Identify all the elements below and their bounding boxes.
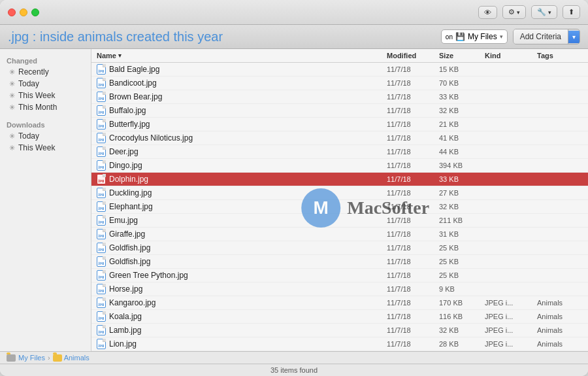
sidebar-item-label: Today [18, 79, 39, 88]
file-size: 394 KB [439, 162, 485, 169]
col-modified: Modified [387, 52, 439, 60]
table-row[interactable]: jpg Butterfly.jpg 11/7/18 21 KB [91, 118, 588, 131]
file-name: Crocodylus Niloticus.jpg [109, 133, 193, 143]
file-kind: JPEG i... [485, 326, 537, 334]
file-icon: jpg [97, 160, 106, 171]
table-row[interactable]: jpg Goldfish.jpg 11/7/18 25 KB [91, 241, 588, 255]
table-row[interactable]: jpg Green Tree Python.jpg 11/7/18 25 KB [91, 269, 588, 282]
add-criteria-label[interactable]: Add Criteria [514, 29, 568, 44]
file-modified: 11/7/18 [387, 313, 439, 320]
file-modified: 11/7/18 [387, 299, 439, 307]
asterisk-icon: ✳ [9, 80, 15, 88]
table-row[interactable]: jpg Brown Bear.jpg 11/7/18 33 KB [91, 90, 588, 104]
file-name: Green Tree Python.jpg [109, 271, 188, 280]
breadcrumb-root[interactable]: My Files [18, 354, 45, 362]
sidebar-item-this-week[interactable]: ✳This Week [3, 90, 88, 101]
sidebar-downloads-item-this-week[interactable]: ✳This Week [3, 142, 88, 154]
file-size: 31 KB [439, 230, 485, 238]
file-size: 28 KB [439, 340, 485, 348]
maximize-button[interactable] [31, 9, 39, 16]
status-bar: 35 items found [0, 364, 588, 376]
file-modified: 11/7/18 [387, 93, 439, 101]
finder-window: 👁 ⚙ ▾ 🔧 ▾ ⬆ .jpg : inside animals create… [0, 0, 588, 376]
table-row[interactable]: jpg Buffalo.jpg 11/7/18 32 KB [91, 104, 588, 118]
table-row[interactable]: jpg Goldfish.jpg 11/7/18 25 KB [91, 255, 588, 269]
file-kind: JPEG i... [485, 313, 537, 320]
file-modified: 11/7/18 [387, 162, 439, 169]
file-name: Horse.jpg [109, 284, 142, 294]
file-modified: 11/7/18 [387, 120, 439, 128]
table-row[interactable]: jpg Lamb.jpg 11/7/18 32 KB JPEG i... Ani… [91, 324, 588, 337]
table-row[interactable]: jpg Koala.jpg 11/7/18 116 KB JPEG i... A… [91, 310, 588, 324]
file-name: Bandicoot.jpg [109, 78, 157, 88]
location-arrow-icon: ▾ [500, 33, 503, 40]
file-icon: jpg [97, 105, 106, 116]
file-name-cell: jpg Horse.jpg [97, 284, 387, 294]
breadcrumb-current[interactable]: Animals [64, 354, 90, 362]
table-row[interactable]: jpg Horse.jpg 11/7/18 9 KB [91, 282, 588, 296]
visibility-button[interactable]: 👁 [478, 6, 497, 19]
tools-icon: 🔧 [537, 8, 546, 16]
table-row[interactable]: jpg Kangaroo.jpg 11/7/18 170 KB JPEG i..… [91, 296, 588, 310]
table-row[interactable]: jpg Lion.jpg 11/7/18 28 KB JPEG i... Ani… [91, 337, 588, 351]
file-name: Deer.jpg [109, 147, 139, 156]
table-row[interactable]: jpg Deer.jpg 11/7/18 44 KB [91, 145, 588, 159]
sidebar-changed-label: Changed [0, 54, 91, 66]
drive-icon: 💾 [455, 32, 465, 41]
table-row[interactable]: jpg Elephant.jpg 11/7/18 32 KB [91, 200, 588, 214]
asterisk-icon: ✳ [9, 144, 15, 152]
table-row[interactable]: jpg Dingo.jpg 11/7/18 394 KB [91, 159, 588, 173]
file-list-body: jpg Bald Eagle.jpg 11/7/18 15 KB jpg Ban… [91, 63, 588, 351]
close-button[interactable] [8, 9, 16, 16]
file-icon: jpg [97, 64, 106, 75]
sidebar-item-recently[interactable]: ✳Recently [3, 66, 88, 78]
minimize-button[interactable] [20, 9, 27, 16]
sidebar-downloads-item-today[interactable]: ✳Today [3, 130, 88, 142]
file-modified: 11/7/18 [387, 148, 439, 156]
table-row[interactable]: jpg Bald Eagle.jpg 11/7/18 15 KB [91, 63, 588, 77]
file-name-cell: jpg Bandicoot.jpg [97, 78, 387, 88]
file-name-cell: jpg Goldfish.jpg [97, 256, 387, 267]
sidebar-item-this-month[interactable]: ✳This Month [3, 101, 88, 113]
share-button[interactable]: ⬆ [563, 5, 580, 19]
col-tags: Tags [537, 52, 583, 60]
file-name: Bald Eagle.jpg [109, 65, 159, 74]
file-modified: 11/7/18 [387, 134, 439, 142]
file-tags: Animals [537, 340, 583, 348]
gear-icon: ⚙ [508, 8, 515, 16]
file-modified: 11/7/18 [387, 216, 439, 224]
file-tags: Animals [537, 299, 583, 307]
sidebar-item-label: This Week [18, 143, 55, 152]
table-row[interactable]: jpg Crocodylus Niloticus.jpg 11/7/18 41 … [91, 131, 588, 145]
file-name: Dolphin.jpg [109, 175, 148, 184]
table-row[interactable]: jpg Duckling.jpg 11/7/18 27 KB [91, 186, 588, 200]
table-row[interactable]: jpg Dolphin.jpg 11/7/18 33 KB [91, 173, 588, 186]
file-icon: jpg [97, 256, 106, 267]
file-name-cell: jpg Kangaroo.jpg [97, 298, 387, 308]
table-row[interactable]: jpg Emu.jpg 11/7/18 211 KB [91, 214, 588, 228]
table-row[interactable]: jpg Giraffe.jpg 11/7/18 31 KB [91, 228, 588, 241]
sidebar-item-today[interactable]: ✳Today [3, 78, 88, 90]
file-modified: 11/7/18 [387, 285, 439, 293]
file-size: 32 KB [439, 203, 485, 211]
asterisk-icon: ✳ [9, 103, 15, 112]
gear-button[interactable]: ⚙ ▾ [502, 5, 526, 19]
tools-button[interactable]: 🔧 ▾ [531, 5, 557, 19]
breadcrumb-bar: My Files › Animals [0, 351, 588, 364]
add-criteria-button[interactable]: Add Criteria ▾ Size Larger ThanSize Smal… [513, 29, 580, 44]
file-list-header: Name ▾ Modified Size Kind Tags [91, 49, 588, 63]
main-content: Changed ✳Recently✳Today✳This Week✳This M… [0, 49, 588, 351]
file-icon: jpg [97, 92, 106, 102]
file-kind: JPEG i... [485, 340, 537, 348]
file-modified: 11/7/18 [387, 65, 439, 73]
file-name-cell: jpg Lamb.jpg [97, 325, 387, 335]
file-name-cell: jpg Buffalo.jpg [97, 105, 387, 116]
breadcrumb-separator: › [48, 354, 50, 362]
table-row[interactable]: jpg Bandicoot.jpg 11/7/18 70 KB [91, 77, 588, 90]
add-criteria-dropdown-arrow[interactable]: ▾ [568, 31, 580, 43]
file-name: Lamb.jpg [109, 326, 141, 335]
file-size: 25 KB [439, 244, 485, 252]
file-modified: 11/7/18 [387, 326, 439, 334]
file-size: 25 KB [439, 258, 485, 265]
location-selector[interactable]: on 💾 My Files ▾ [441, 29, 508, 44]
